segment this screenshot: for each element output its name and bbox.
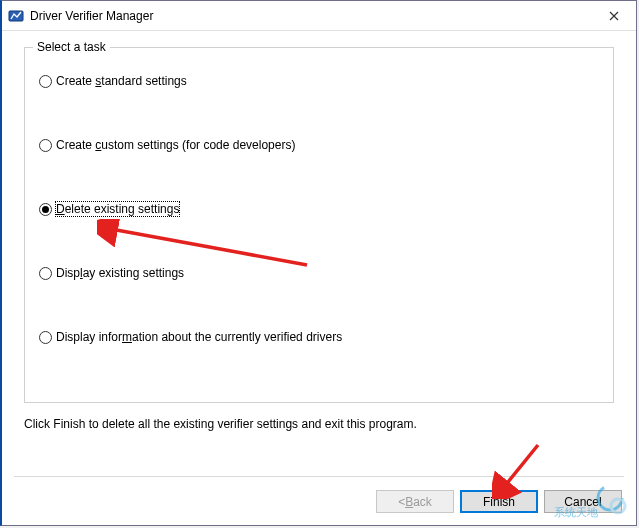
task-groupbox: Select a task Create standard settings C… [24, 47, 614, 403]
separator [14, 476, 624, 477]
cancel-button[interactable]: Cancel [544, 490, 622, 513]
radio-delete-existing[interactable]: Delete existing settings [39, 202, 599, 216]
back-button: < Back [376, 490, 454, 513]
button-row: < Back Finish Cancel [376, 490, 622, 513]
content-area: Select a task Create standard settings C… [2, 31, 636, 441]
app-icon [8, 8, 24, 24]
radio-label: Create standard settings [56, 74, 187, 88]
radio-icon [39, 75, 52, 88]
svg-line-2 [504, 445, 538, 487]
radio-icon [39, 331, 52, 344]
radio-create-standard[interactable]: Create standard settings [39, 74, 599, 88]
radio-icon [39, 139, 52, 152]
close-button[interactable] [592, 2, 636, 30]
window-frame: Driver Verifier Manager Select a task Cr… [0, 0, 637, 526]
group-legend: Select a task [33, 40, 110, 54]
radio-label: Delete existing settings [56, 202, 179, 216]
radio-label: Display information about the currently … [56, 330, 342, 344]
radio-display-info[interactable]: Display information about the currently … [39, 330, 599, 344]
radio-icon [39, 267, 52, 280]
radio-label: Display existing settings [56, 266, 184, 280]
window-title: Driver Verifier Manager [30, 9, 592, 23]
radio-label: Create custom settings (for code develop… [56, 138, 295, 152]
radio-icon [39, 203, 52, 216]
title-bar[interactable]: Driver Verifier Manager [2, 1, 636, 31]
close-icon [609, 11, 619, 21]
radio-display-existing[interactable]: Display existing settings [39, 266, 599, 280]
instruction-text: Click Finish to delete all the existing … [24, 417, 614, 431]
finish-button[interactable]: Finish [460, 490, 538, 513]
radio-create-custom[interactable]: Create custom settings (for code develop… [39, 138, 599, 152]
